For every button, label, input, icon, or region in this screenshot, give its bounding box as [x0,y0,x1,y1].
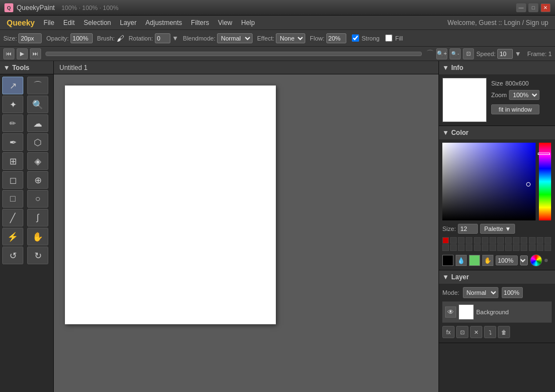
rewind-button[interactable]: ⏮ [3,48,14,59]
minimize-button[interactable]: — [516,3,526,12]
tool-ellipse[interactable]: ○ [27,190,48,208]
zoom-select[interactable]: 100% 50% 200% [509,90,539,100]
layer-collapse-icon[interactable]: ▼ [442,273,449,281]
tool-zoom[interactable]: 🔍 [27,96,48,113]
background-color[interactable] [469,255,480,266]
swatch-2[interactable] [466,237,472,244]
swatch-4[interactable] [482,237,488,244]
tool-eraser[interactable]: ◻ [2,171,23,189]
menu-filters[interactable]: Filters [186,17,214,28]
tool-lightning[interactable]: ⚡ [2,228,23,245]
tool-clone[interactable]: ⊕ [27,171,48,189]
tool-undo[interactable]: ↺ [2,247,23,264]
swatch-24[interactable] [529,244,536,251]
layer-opacity-input[interactable] [502,287,523,298]
eyedropper-icon[interactable]: 💧 [456,255,467,266]
swatch-22[interactable] [513,244,519,251]
tool-line[interactable]: ╱ [2,209,23,227]
tool-ink[interactable]: ⬡ [27,133,48,151]
swatch-16[interactable] [466,244,472,251]
tool-paint-brush[interactable]: ✏ [2,114,23,132]
color-collapse-icon[interactable]: ▼ [442,129,449,137]
fit-view-button[interactable]: ⊡ [463,48,474,59]
menu-help[interactable]: Help [237,17,260,28]
progress-bar[interactable] [46,52,422,56]
menu-selection[interactable]: Selection [79,17,115,28]
swatch-19[interactable] [490,244,496,251]
zoom-out-button[interactable]: 🔍- [450,48,461,59]
tool-lasso[interactable]: ⌒ [27,77,48,94]
menu-adjustments[interactable]: Adjustments [141,17,186,28]
swatch-1[interactable] [458,237,465,244]
layer-delete-button[interactable]: ✕ [470,326,482,338]
color-opacity-input[interactable] [496,255,518,265]
swatch-23[interactable] [521,244,527,251]
swatch-5[interactable] [490,237,496,244]
strong-checkbox[interactable] [352,34,359,42]
swatch-25[interactable] [537,244,543,251]
layer-name[interactable]: Background [476,309,549,315]
rotation-input[interactable] [155,33,170,43]
swatch-0[interactable] [450,237,457,244]
swatch-8[interactable] [513,237,519,244]
tool-rectangle[interactable]: □ [2,190,23,208]
maximize-button[interactable]: □ [528,3,538,12]
info-collapse-icon[interactable]: ▼ [442,64,449,72]
layer-visibility-toggle[interactable]: 👁 [445,306,456,318]
drawing-canvas[interactable] [65,86,276,324]
swatch-26[interactable] [544,244,551,251]
color-picker-area[interactable] [442,143,551,220]
swatch-20[interactable] [497,244,504,251]
menu-edit[interactable]: Edit [59,17,79,28]
tool-hand[interactable]: ✋ [27,228,48,245]
fast-forward-button[interactable]: ⏭ [30,48,41,59]
tool-pattern[interactable]: ⊞ [2,152,23,170]
swatch-3[interactable] [474,237,481,244]
fill-checkbox[interactable] [385,34,392,42]
palette-button[interactable]: Palette ▼ [480,224,514,234]
swatch-7[interactable] [505,237,512,244]
speed-dropdown-icon[interactable]: ▼ [514,50,521,58]
tool-star[interactable]: ✦ [2,96,23,113]
layer-mode-select[interactable]: Normal Multiply [463,287,498,298]
menu-layer[interactable]: Layer [115,17,141,28]
swatch-21[interactable] [505,244,512,251]
tool-smudge[interactable]: ☁ [27,114,48,132]
flow-input[interactable] [326,33,346,43]
swatch-11[interactable] [537,237,543,244]
tool-fill-drop[interactable]: ◈ [27,152,48,170]
layer-duplicate-button[interactable]: ⊡ [456,326,468,338]
rotation-dropdown-icon[interactable]: ▼ [172,34,179,42]
layer-trash-button[interactable]: 🗑 [498,326,510,338]
size-input[interactable] [18,33,42,43]
color-opacity-dropdown[interactable] [520,255,528,265]
close-button[interactable]: ✕ [541,3,551,12]
speed-input[interactable] [497,49,513,59]
foreground-color[interactable] [442,255,453,266]
tool-pencil[interactable]: ✒ [2,133,23,151]
tool-arrow[interactable]: ↗ [2,77,23,94]
zoom-in-button[interactable]: 🔍+ [436,48,447,59]
swatch-9[interactable] [521,237,527,244]
swatch-13[interactable] [442,244,449,251]
swatch-18[interactable] [482,244,488,251]
tools-collapse-icon[interactable]: ▼ [3,64,10,72]
tool-curve[interactable]: ∫ [27,209,48,227]
brush-icon[interactable]: 🖌 [117,34,124,43]
layer-properties-button[interactable]: fx [442,326,455,338]
fit-in-window-button[interactable]: fit in window [491,104,539,114]
menu-file[interactable]: File [39,17,59,28]
tool-redo[interactable]: ↻ [27,247,48,264]
swatch-10[interactable] [529,237,536,244]
layer-add-button[interactable]: ⤵ [484,326,496,338]
swatch-14[interactable] [450,244,457,251]
color-wheel-button[interactable] [530,254,542,267]
canvas-tab-title[interactable]: Untitled 1 [59,64,88,72]
swatch-15[interactable] [458,244,465,251]
swatch-6[interactable] [497,237,504,244]
swatch-17[interactable] [474,244,481,251]
play-button[interactable]: ▶ [17,48,28,59]
swatch-12[interactable] [544,237,551,244]
effect-select[interactable]: None [276,33,305,43]
menu-view[interactable]: View [214,17,237,28]
